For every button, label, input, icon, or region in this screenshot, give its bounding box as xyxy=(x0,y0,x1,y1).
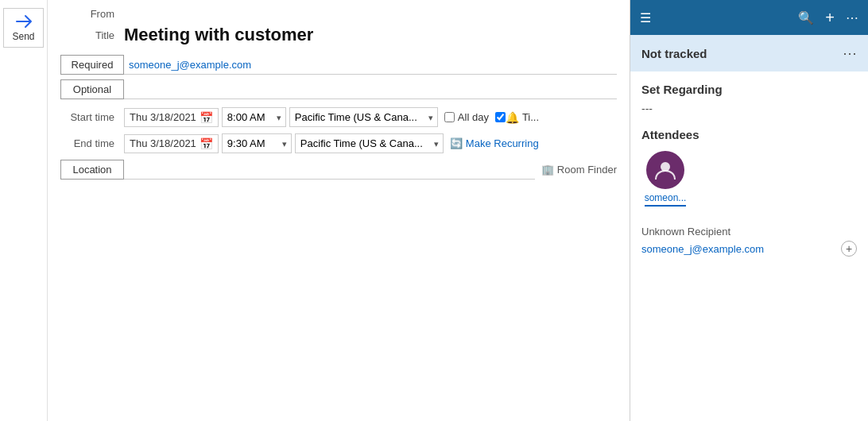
more-icon[interactable]: ⋯ xyxy=(846,10,858,25)
send-label: Send xyxy=(12,31,34,42)
add-icon[interactable]: + xyxy=(825,9,835,27)
unknown-recipient-label: Unknown Recipient xyxy=(641,226,857,238)
not-tracked-label: Not tracked xyxy=(641,47,707,60)
reminder-text: Ti... xyxy=(522,111,539,123)
meeting-title: Meeting with customer xyxy=(124,25,313,45)
start-time-label: Start time xyxy=(60,111,124,123)
reminder-bell-icon: 🔔 xyxy=(506,111,519,124)
recurring-label: Make Recurring xyxy=(466,137,539,149)
room-finder-icon: 🏢 xyxy=(541,164,554,176)
sidebar-body: Set Regarding --- Attendees someon... Un… xyxy=(630,71,868,421)
allday-label: All day xyxy=(458,111,489,123)
start-timezone-select[interactable]: Pacific Time (US & Cana... Eastern Time … xyxy=(289,107,438,127)
from-row: From xyxy=(60,8,617,20)
search-icon[interactable]: 🔍 xyxy=(798,10,814,25)
end-time-row: End time Thu 3/18/2021 📅 9:30 AM 10:00 A… xyxy=(60,133,617,153)
unknown-recipient-section: Unknown Recipient someone_j@example.com … xyxy=(641,226,857,257)
recipients-section: Required Optional xyxy=(60,55,617,99)
not-tracked-menu-icon[interactable]: ⋯ xyxy=(843,44,857,62)
send-arrow-icon xyxy=(14,14,33,29)
datetime-section: Start time Thu 3/18/2021 📅 8:00 AM 8:30 … xyxy=(60,107,617,153)
start-date-text: Thu 3/18/2021 xyxy=(130,111,196,123)
regarding-value: --- xyxy=(641,102,857,115)
required-email-input[interactable] xyxy=(124,56,617,75)
recipient-email[interactable]: someone_j@example.com xyxy=(641,243,764,255)
recipient-email-row: someone_j@example.com + xyxy=(641,241,857,257)
start-calendar-icon[interactable]: 📅 xyxy=(200,111,213,124)
reminder-row: 🔔 Ti... xyxy=(495,111,539,124)
recurring-icon: 🔄 xyxy=(450,137,463,149)
hamburger-icon[interactable]: ☰ xyxy=(640,10,651,25)
end-time-wrapper: 9:30 AM 10:00 AM 10:30 AM xyxy=(222,133,292,153)
right-sidebar: ☰ 🔍 + ⋯ Not tracked ⋯ Set Regarding --- … xyxy=(630,0,868,421)
from-label: From xyxy=(60,8,124,20)
recurring-row[interactable]: 🔄 Make Recurring xyxy=(450,137,539,149)
end-calendar-icon[interactable]: 📅 xyxy=(200,137,213,150)
location-input[interactable] xyxy=(124,160,535,180)
sidebar-header: ☰ 🔍 + ⋯ xyxy=(630,0,868,35)
location-row: Location 🏢 Room Finder xyxy=(60,160,617,180)
title-label: Title xyxy=(60,29,124,41)
attendees-label: Attendees xyxy=(641,128,857,141)
add-plus-icon: + xyxy=(846,242,852,255)
not-tracked-section: Not tracked ⋯ xyxy=(630,35,868,71)
required-row: Required xyxy=(60,55,617,75)
reminder-checkbox[interactable] xyxy=(495,112,506,122)
start-date-field[interactable]: Thu 3/18/2021 📅 xyxy=(124,108,219,127)
start-time-row: Start time Thu 3/18/2021 📅 8:00 AM 8:30 … xyxy=(60,107,617,127)
room-finder-button[interactable]: 🏢 Room Finder xyxy=(541,164,617,176)
start-time-wrapper: 8:00 AM 8:30 AM 9:00 AM xyxy=(222,107,286,127)
send-panel: Send xyxy=(0,0,48,421)
allday-row: All day xyxy=(444,111,489,123)
set-regarding-label: Set Regarding xyxy=(641,83,857,96)
optional-email-input[interactable] xyxy=(124,80,617,99)
optional-button[interactable]: Optional xyxy=(60,79,124,99)
end-timezone-select[interactable]: Pacific Time (US & Cana... Eastern Time … xyxy=(295,133,444,153)
end-timezone-wrapper: Pacific Time (US & Cana... Eastern Time … xyxy=(295,133,444,153)
start-time-select[interactable]: 8:00 AM 8:30 AM 9:00 AM xyxy=(222,107,286,127)
allday-checkbox[interactable] xyxy=(444,112,455,122)
room-finder-label: Room Finder xyxy=(557,164,617,176)
start-timezone-wrapper: Pacific Time (US & Cana... Eastern Time … xyxy=(289,107,438,127)
attendee-item: someon... xyxy=(641,151,689,207)
end-date-field[interactable]: Thu 3/18/2021 📅 xyxy=(124,134,219,153)
main-form: From Title Meeting with customer Require… xyxy=(48,0,630,421)
end-time-label: End time xyxy=(60,137,124,149)
attendees-list: someon... xyxy=(641,151,857,213)
send-button[interactable]: Send xyxy=(3,8,43,48)
title-row: Title Meeting with customer xyxy=(60,25,617,45)
attendee-avatar xyxy=(646,151,684,189)
add-recipient-icon[interactable]: + xyxy=(841,241,857,257)
optional-row: Optional xyxy=(60,79,617,99)
location-button[interactable]: Location xyxy=(60,160,124,180)
end-date-text: Thu 3/18/2021 xyxy=(130,137,196,149)
sidebar-header-left-icons: ☰ xyxy=(640,10,651,25)
attendee-name[interactable]: someon... xyxy=(645,192,687,207)
end-time-select[interactable]: 9:30 AM 10:00 AM 10:30 AM xyxy=(222,133,292,153)
sidebar-header-right-icons: 🔍 + ⋯ xyxy=(798,9,858,27)
required-button[interactable]: Required xyxy=(60,55,124,75)
